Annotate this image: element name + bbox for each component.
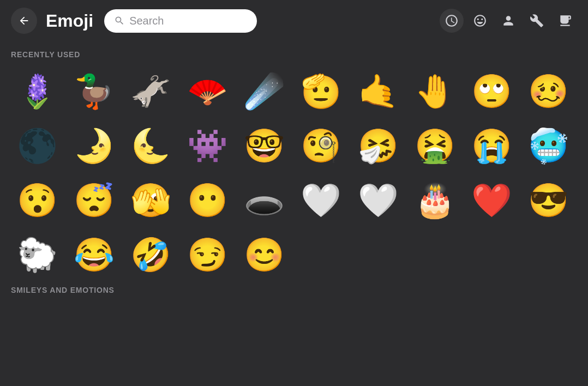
emoji-donkey[interactable]: 🫏 [124,65,177,118]
tools-icon [530,14,544,28]
emoji-sneezing[interactable]: 🤧 [352,120,404,172]
category-icons [440,9,577,33]
search-placeholder: Search [129,15,164,27]
category-people[interactable] [496,9,520,33]
emoji-raised-back-hand[interactable]: 🤚 [409,65,461,118]
emoji-new-moon[interactable]: 🌑 [11,120,63,172]
header: Emoji Search [0,0,588,41]
emoji-birthday[interactable]: 🎂 [409,174,461,227]
emoji-sunglasses[interactable]: 😎 [523,174,575,227]
smiley-icon [473,14,487,28]
emoji-cold[interactable]: 🥶 [523,120,575,172]
category-smileys[interactable] [468,9,492,33]
emoji-hole[interactable]: 🕳️ [238,174,291,227]
emoji-red-heart[interactable]: ❤️ [466,174,518,227]
emoji-tears-joy[interactable]: 😂 [68,229,120,281]
emoji-crying[interactable]: 😭 [466,120,518,172]
emoji-woozy[interactable]: 🥴 [523,65,575,118]
emoji-first-quarter-moon[interactable]: 🌛 [68,120,120,172]
emoji-fan[interactable]: 🪭 [182,65,234,118]
recently-used-grid: 🪻 🦆 🫏 🪭 ☄️ 🫡 🤙 🤚 🙄 🥴 🌑 🌛 🌜 👾 🤓 🧐 🤧 🤮 😭 🥶… [11,65,577,281]
search-icon [114,15,125,26]
emoji-monocle[interactable]: 🧐 [295,120,347,172]
recently-used-label: RECENTLY USED [11,50,577,59]
emoji-duck[interactable]: 🦆 [68,65,120,118]
emoji-eye-roll[interactable]: 🙄 [466,65,518,118]
category-food[interactable] [553,9,577,33]
emoji-blush[interactable]: 😊 [238,229,291,281]
page-title: Emoji [46,11,93,31]
emoji-astonished[interactable]: 😯 [11,174,63,227]
person-icon [501,14,515,28]
content: RECENTLY USED 🪻 🦆 🫏 🪭 ☄️ 🫡 🤙 🤚 🙄 🥴 🌑 🌛 🌜… [0,41,588,312]
emoji-smirk[interactable]: 😏 [182,229,234,281]
emoji-no-mouth[interactable]: 😶 [182,174,234,227]
category-activities[interactable] [525,9,549,33]
emoji-peeking[interactable]: 🫣 [124,174,177,227]
emoji-hyacinth[interactable]: 🪻 [11,65,63,118]
back-button[interactable] [11,8,37,34]
clock-icon [445,14,459,28]
emoji-sleeping[interactable]: 😴 [68,174,120,227]
emoji-rolling-floor[interactable]: 🤣 [124,229,177,281]
cup-icon [558,14,572,28]
emoji-space-invader[interactable]: 👾 [182,120,234,172]
emoji-white-heart-1[interactable]: 🤍 [295,174,347,227]
back-icon [18,15,30,27]
emoji-sheep[interactable]: 🐑 [11,229,63,281]
emoji-nerd[interactable]: 🤓 [238,120,291,172]
emoji-white-heart-2[interactable]: 🤍 [352,174,404,227]
category-recent[interactable] [440,9,464,33]
emoji-comet[interactable]: ☄️ [238,65,291,118]
emoji-call-me[interactable]: 🤙 [352,65,404,118]
emoji-saluting[interactable]: 🫡 [295,65,347,118]
emoji-vomiting[interactable]: 🤮 [409,120,461,172]
search-bar[interactable]: Search [104,9,257,33]
smileys-label: SMILEYS AND EMOTIONS [11,286,577,294]
emoji-last-quarter-moon[interactable]: 🌜 [124,120,177,172]
